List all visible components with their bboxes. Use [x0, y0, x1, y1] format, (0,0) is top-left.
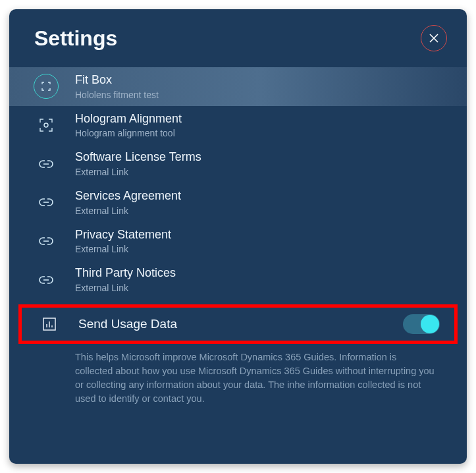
- settings-item-privacy-statement[interactable]: Privacy Statement External Link: [9, 222, 467, 261]
- item-sub: External Link: [75, 166, 467, 178]
- close-button[interactable]: [421, 25, 447, 51]
- alignment-icon: [39, 118, 53, 132]
- toggle-knob: [421, 315, 439, 333]
- svg-point-2: [44, 123, 48, 127]
- settings-item-hologram-alignment[interactable]: Hologram Alignment Hologram alignment to…: [9, 106, 467, 145]
- item-sub: External Link: [75, 282, 467, 294]
- link-icon: [39, 237, 53, 246]
- icon-wrap: [30, 74, 62, 99]
- item-title: Privacy Statement: [75, 227, 467, 242]
- send-usage-data-toggle[interactable]: [403, 314, 440, 334]
- settings-item-fit-box[interactable]: Fit Box Hololens fitment test: [9, 67, 467, 106]
- item-title: Hologram Alignment: [75, 111, 467, 126]
- item-title: Software License Terms: [75, 150, 467, 165]
- link-icon: [39, 275, 53, 285]
- settings-item-license-terms[interactable]: Software License Terms External Link: [9, 144, 467, 183]
- settings-list: Fit Box Hololens fitment test Hologram A…: [9, 63, 467, 406]
- item-title: Third Party Notices: [75, 265, 467, 281]
- item-sub: Hololens fitment test: [75, 89, 467, 101]
- link-icon: [39, 159, 53, 169]
- close-icon: [429, 33, 439, 43]
- fit-box-icon: [34, 74, 59, 99]
- usage-help-text: This helps Microsoft improve Microsoft D…: [9, 344, 467, 406]
- usage-title: Send Usage Data: [78, 316, 403, 332]
- settings-item-third-party-notices[interactable]: Third Party Notices External Link: [9, 260, 467, 299]
- item-title: Services Agreement: [75, 188, 467, 204]
- item-title: Fit Box: [75, 72, 467, 88]
- settings-panel: Settings Fit Box Hololens fitment test: [9, 9, 467, 464]
- page-title: Settings: [34, 26, 117, 51]
- send-usage-data-row: Send Usage Data: [18, 304, 458, 344]
- item-sub: Hologram alignment tool: [75, 127, 467, 139]
- settings-item-services-agreement[interactable]: Services Agreement External Link: [9, 183, 467, 222]
- chart-icon: [43, 318, 56, 331]
- header: Settings: [9, 9, 467, 63]
- item-sub: External Link: [75, 243, 467, 255]
- link-icon: [39, 198, 53, 207]
- item-sub: External Link: [75, 205, 467, 217]
